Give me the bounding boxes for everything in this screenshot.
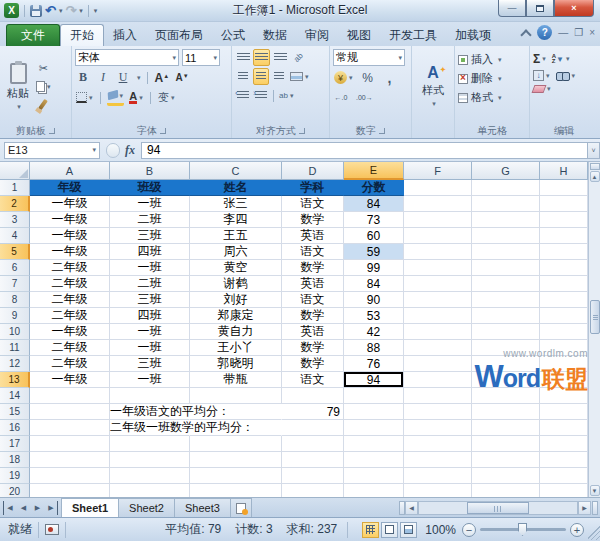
cell[interactable] (282, 436, 344, 452)
zoom-slider-thumb[interactable] (518, 523, 527, 536)
comma-style-button[interactable]: , (382, 69, 398, 86)
cell[interactable]: 英语 (282, 324, 344, 340)
cell[interactable] (540, 436, 588, 452)
paste-button[interactable]: 粘贴 ▾ (3, 49, 33, 124)
cell[interactable] (404, 436, 472, 452)
ribbon-tab[interactable]: 加载项 (446, 24, 500, 46)
ribbon-tab[interactable]: 开始 (60, 24, 104, 46)
row-header[interactable]: 16 (0, 420, 30, 436)
row-header[interactable]: 3 (0, 212, 30, 228)
underline-dropdown-icon[interactable]: ▾ (137, 74, 141, 82)
cell[interactable]: 一班 (110, 324, 190, 340)
cell[interactable]: 一年级 (30, 212, 110, 228)
cell[interactable]: 二年级 (30, 340, 110, 356)
cell[interactable] (30, 388, 110, 404)
minimize-button[interactable]: — (498, 0, 526, 17)
column-header[interactable]: E (344, 162, 404, 180)
cell[interactable]: 张三 (190, 196, 282, 212)
cell[interactable] (30, 404, 110, 420)
cell[interactable]: 语文 (282, 196, 344, 212)
cell[interactable] (404, 404, 472, 420)
scroll-left-icon[interactable]: ◀ (405, 501, 418, 515)
cell[interactable] (30, 420, 110, 436)
horizontal-scrollbar[interactable] (418, 501, 578, 515)
column-header[interactable]: A (30, 162, 110, 180)
split-box[interactable] (592, 501, 598, 515)
ribbon-tab[interactable]: 审阅 (296, 24, 338, 46)
cell[interactable] (472, 356, 540, 372)
cell[interactable] (540, 180, 588, 196)
vertical-scrollbar[interactable]: ▲ ▼ (588, 162, 600, 497)
cell[interactable]: 二班 (110, 276, 190, 292)
increase-decimal-button[interactable]: ←.0 (333, 89, 349, 106)
cell[interactable]: 三班 (110, 356, 190, 372)
cell[interactable]: 一班 (110, 372, 190, 388)
grow-font-button[interactable]: A▲ (154, 69, 171, 86)
cell[interactable]: 姓名 (190, 180, 282, 196)
cell[interactable] (110, 484, 190, 497)
active-cell[interactable]: 94 (344, 372, 404, 388)
row-header[interactable]: 9 (0, 308, 30, 324)
bold-button[interactable]: B (75, 69, 91, 86)
cell[interactable] (190, 452, 282, 468)
find-select-button[interactable]: ▾ (556, 72, 576, 80)
cell[interactable] (110, 388, 190, 404)
cell[interactable] (472, 260, 540, 276)
row-header[interactable]: 19 (0, 468, 30, 484)
cell[interactable]: 一班 (110, 260, 190, 276)
cell[interactable]: 数学 (282, 340, 344, 356)
cell[interactable] (404, 340, 472, 356)
vertical-scroll-thumb[interactable] (590, 300, 600, 334)
bottom-align-button[interactable] (272, 49, 288, 66)
resize-grip[interactable] (588, 520, 600, 540)
cell[interactable]: 数学 (282, 308, 344, 324)
cell[interactable]: 一年级 (30, 324, 110, 340)
scroll-right-icon[interactable]: ▶ (578, 501, 591, 515)
cell[interactable] (344, 404, 404, 420)
cell[interactable] (540, 212, 588, 228)
ribbon-tab[interactable]: 插入 (104, 24, 146, 46)
first-sheet-icon[interactable]: ◀ (3, 501, 16, 515)
workbook-minimize-icon[interactable]: — (558, 28, 568, 38)
cell[interactable] (472, 404, 540, 420)
cell[interactable] (540, 308, 588, 324)
sheet-tab[interactable]: Sheet3 (174, 498, 231, 517)
cell[interactable]: 二年级一班数学的平均分： (110, 420, 190, 436)
cell[interactable]: 分数 (344, 180, 404, 196)
cell[interactable]: 黄自力 (190, 324, 282, 340)
italic-button[interactable]: I (95, 69, 111, 86)
cell[interactable]: 黄空 (190, 260, 282, 276)
record-macro-icon[interactable] (45, 524, 59, 535)
workbook-restore-icon[interactable]: ❐ (574, 28, 583, 38)
cell[interactable]: 数学 (282, 260, 344, 276)
number-format-combo[interactable]: 常规▾ (333, 49, 405, 66)
row-header[interactable]: 13 (0, 372, 30, 388)
cell[interactable] (30, 436, 110, 452)
clipboard-dialog-launcher-icon[interactable] (49, 128, 55, 134)
cell[interactable]: 王小丫 (190, 340, 282, 356)
row-header[interactable]: 12 (0, 356, 30, 372)
cell[interactable]: 数学 (282, 356, 344, 372)
cell[interactable] (540, 292, 588, 308)
ribbon-tab[interactable]: 视图 (338, 24, 380, 46)
cell[interactable]: 二年级 (30, 276, 110, 292)
cell[interactable] (110, 452, 190, 468)
cell[interactable] (540, 356, 588, 372)
row-header[interactable]: 2 (0, 196, 30, 212)
cell[interactable] (540, 484, 588, 497)
orientation-button[interactable]: ab (290, 49, 306, 66)
cell[interactable] (472, 276, 540, 292)
cell[interactable]: 四班 (110, 308, 190, 324)
fill-color-button[interactable]: ▾ (107, 89, 125, 106)
autosum-button[interactable]: Σ▾ (533, 52, 546, 66)
cell[interactable] (472, 388, 540, 404)
cell[interactable] (404, 292, 472, 308)
merge-center-button[interactable]: ▾ (289, 68, 310, 85)
cell[interactable] (282, 484, 344, 497)
zoom-in-icon[interactable]: + (570, 523, 584, 537)
cell[interactable]: 73 (344, 212, 404, 228)
select-all-corner[interactable] (0, 162, 30, 180)
format-cells-button[interactable]: 格式▾ (458, 90, 526, 105)
cell[interactable]: 42 (344, 324, 404, 340)
cell[interactable]: 88 (344, 340, 404, 356)
